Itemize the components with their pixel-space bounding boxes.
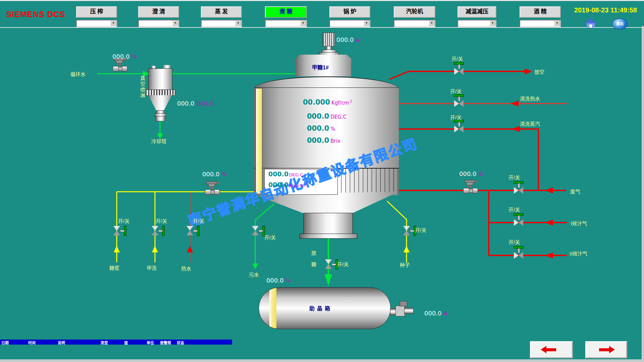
onoff-valve-waste-gas[interactable] <box>514 181 524 194</box>
label-seed: 种子 <box>400 261 410 268</box>
pv-crystallizer-level: 000.0% <box>266 277 291 284</box>
arrow-vapor-ii-left <box>545 252 553 258</box>
label-onoff-waste-gas: 开/关 <box>508 174 520 181</box>
alarm-col-limit: 报警限 <box>160 340 171 345</box>
pv-pan-pressure: 00.000Kgf/cm2 <box>303 98 352 106</box>
arrow-a-wash-up <box>152 246 158 252</box>
label-onoff-hot-water: 开/关 <box>193 217 204 224</box>
pv-calandria-temp: 000.0DEG.C <box>268 170 303 178</box>
pv-condenser-temp: 000.0DEG.C <box>177 100 214 107</box>
chevron-down-icon[interactable]: ▼ <box>490 20 496 26</box>
onoff-valve-vapor-i[interactable] <box>514 213 524 226</box>
pv-vapor-valve: 000.0% <box>459 170 484 177</box>
nav-dropdown-boiler[interactable]: ▼ <box>329 20 370 27</box>
alarm-list-header: 日期 时间 说明 类型 值 单位 报警限 状态 <box>0 340 232 345</box>
label-vent: 放空 <box>534 68 544 75</box>
onoff-valve-a-wash[interactable] <box>152 226 165 236</box>
nav-button-turbine[interactable]: 汽轮机 <box>394 6 435 18</box>
dcs-screen: SIEMENS DCS 压 榨 澄 清 蒸 发 煮 糖 锅 炉 汽轮机 减温减压… <box>0 0 644 362</box>
label-onoff-syrup: 开/关 <box>118 217 129 224</box>
label-onoff-discharge: 开/关 <box>337 260 348 267</box>
label-discharge-1: 放 <box>311 249 316 256</box>
label-vacuum-spray: 真空喷淋 <box>139 76 146 99</box>
arrow-clean-hot-water-left <box>511 101 519 107</box>
pv-motor-current: 000.0A <box>336 36 359 43</box>
nav-dropdown-evaporation[interactable]: ▼ <box>201 20 242 27</box>
onoff-valve-discharge[interactable] <box>325 259 338 269</box>
onoff-valve-syrup[interactable] <box>113 226 127 236</box>
chevron-down-icon[interactable]: ▼ <box>235 20 241 26</box>
brand-logo: SIEMENS DCS <box>6 10 65 19</box>
label-onoff-vapor-ii: 开/关 <box>508 238 520 245</box>
window-frame-right <box>642 26 644 362</box>
onoff-valve-hot-water[interactable] <box>186 226 200 236</box>
nav-dropdown-turbine[interactable]: ▼ <box>394 20 435 27</box>
chevron-down-icon[interactable]: ▼ <box>172 20 178 26</box>
onoff-valve-sewage[interactable] <box>252 226 265 236</box>
arrow-vapor-i-left <box>545 220 553 226</box>
onoff-valve-clean-hot-water[interactable] <box>454 94 464 107</box>
nav-button-evaporation[interactable]: 蒸 发 <box>201 6 242 18</box>
control-valve-circulating-water[interactable] <box>113 58 127 73</box>
nav-button-desuperheat[interactable]: 减温减压 <box>458 6 496 18</box>
nav-dropdown-pressing[interactable]: ▼ <box>76 20 117 27</box>
control-valve-vapor[interactable] <box>463 180 478 195</box>
label-onoff-a-wash: 开/关 <box>156 217 167 224</box>
label-onoff-vent: 开/关 <box>451 55 463 62</box>
datetime-display: 2019-08-23 11:49:58 <box>574 6 637 14</box>
nav-button-pressing[interactable]: 压 榨 <box>76 6 117 18</box>
label-a-wash: 甲洗 <box>147 264 157 271</box>
nav-button-boiler[interactable]: 锅 炉 <box>329 6 370 18</box>
alarm-col-value: 值 <box>124 340 128 345</box>
chevron-down-icon[interactable]: ▼ <box>364 20 370 26</box>
label-clean-hot-water: 清洗热水 <box>520 95 540 102</box>
exit-button[interactable]: 退出 <box>612 18 628 29</box>
nav-dropdown-desuperheat[interactable]: ▼ <box>458 20 496 27</box>
nav-dropdown-sugar-boiling[interactable]: ▼ <box>265 20 307 27</box>
crystallizer-title: 助晶箱 <box>309 304 332 312</box>
alarm-col-desc: 说明 <box>58 340 65 345</box>
nav-button-clarification[interactable]: 澄 清 <box>138 6 179 18</box>
arrow-discharge-down <box>325 274 332 286</box>
label-onoff-vapor-i: 开/关 <box>508 206 520 213</box>
arrow-clean-steam-left <box>512 126 520 132</box>
chevron-down-icon[interactable]: ▼ <box>554 20 560 26</box>
label-circulating-water: 循环水 <box>70 70 86 77</box>
next-page-button[interactable] <box>585 341 627 358</box>
arrow-sewage-down <box>252 263 258 269</box>
nav-button-alcohol[interactable]: 酒 精 <box>520 6 561 18</box>
alarm-col-time: 时间 <box>28 340 36 345</box>
window-frame-bottom <box>0 359 644 362</box>
top-toolbar: SIEMENS DCS 压 榨 澄 清 蒸 发 煮 糖 锅 炉 汽轮机 减温减压… <box>0 0 644 28</box>
home-icon[interactable] <box>585 19 597 27</box>
arrow-vent-right <box>525 68 532 74</box>
label-waste-gas: 废气 <box>570 188 580 195</box>
label-vapor-ii: II效汁气 <box>570 250 587 257</box>
pv-circulating-water-valve: 000.0% <box>112 53 137 60</box>
chevron-down-icon[interactable]: ▼ <box>300 20 306 26</box>
alarm-col-unit: 单位 <box>147 340 154 345</box>
label-sewage: 污水 <box>249 271 259 278</box>
nav-dropdown-alcohol[interactable]: ▼ <box>520 20 561 27</box>
control-valve-feed-header[interactable] <box>205 181 220 196</box>
label-hot-water: 热水 <box>181 265 191 272</box>
nav-button-sugar-boiling[interactable]: 煮 糖 <box>265 6 307 18</box>
alarm-col-date: 日期 <box>1 340 9 345</box>
alarm-col-type: 类型 <box>101 340 108 345</box>
label-onoff-seed: 开/关 <box>415 226 426 233</box>
chevron-down-icon[interactable]: ▼ <box>429 20 435 26</box>
arrow-hot-water-up <box>187 246 193 252</box>
label-vapor-i: I效汁气 <box>571 220 587 227</box>
onoff-valve-vapor-ii[interactable] <box>514 246 524 259</box>
onoff-valve-vent[interactable] <box>454 62 464 75</box>
onoff-valve-clean-steam[interactable] <box>454 120 464 132</box>
arrow-seed-up <box>404 246 410 252</box>
onoff-valve-seed[interactable] <box>403 226 417 236</box>
pv-crystallizer-current: 000.0A <box>424 310 447 317</box>
nav-dropdown-clarification[interactable]: ▼ <box>138 20 179 27</box>
pv-pan-level: 000.0% <box>307 124 335 132</box>
chevron-down-icon[interactable]: ▼ <box>110 20 116 26</box>
prev-page-button[interactable] <box>530 341 573 358</box>
label-cooling-tower: 冷却塔 <box>151 137 166 144</box>
pv-pan-brix: 000.0Brix <box>307 136 340 144</box>
